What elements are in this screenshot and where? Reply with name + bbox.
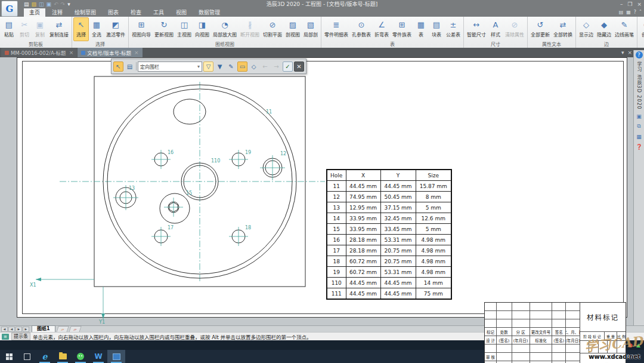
- wechat-taskbar-button[interactable]: [72, 350, 89, 363]
- fence-mode-dropdown[interactable]: 定向围栏 ▾: [138, 61, 202, 72]
- ribbon-button[interactable]: ⊕ 创建: [639, 17, 644, 41]
- hole-table-row[interactable]: 1274.95 mm50.45 mm8 mm: [327, 192, 451, 202]
- ribbon-tab[interactable]: 检查: [125, 8, 147, 17]
- hole-table[interactable]: HoleXYSize 1144.45 mm44.45 mm15.87 mm 12…: [326, 169, 452, 300]
- ribbon-button[interactable]: ⊘ 清除属性: [503, 17, 526, 41]
- style-icon[interactable]: ▤: [619, 8, 624, 17]
- help-icon[interactable]: ?: [636, 51, 643, 59]
- rect-fence-icon[interactable]: ▭: [237, 61, 247, 72]
- polygon-fence-icon[interactable]: ◇: [249, 61, 259, 72]
- learning-panel-label[interactable]: 学习 浩辰3D 2020: [636, 61, 642, 110]
- tutorial-panel-icon[interactable]: ❓: [636, 143, 643, 150]
- ribbon-button[interactable]: ↖ 选择: [73, 17, 89, 41]
- filter-apply-icon[interactable]: ▽: [203, 61, 213, 72]
- hole-callout-label[interactable]: 15: [186, 190, 192, 196]
- ribbon-button[interactable]: ▤ 块表: [429, 17, 444, 41]
- ribbon-button[interactable]: ⊞ 零件族表: [391, 17, 413, 41]
- new-sheet-tab[interactable]: ▱: [69, 326, 82, 333]
- ribbon-button[interactable]: ◫ 主视图: [175, 17, 193, 41]
- cancel-icon[interactable]: ✕: [294, 61, 304, 72]
- tab-list-icon[interactable]: ▾: [621, 50, 624, 56]
- ribbon-button[interactable]: ∦ 断开视图: [239, 17, 261, 41]
- sheet-nav-button[interactable]: ◀: [8, 327, 15, 332]
- ribbon-tab[interactable]: 视图: [171, 8, 192, 17]
- hole-table-row[interactable]: 11044.45 mm44.45 mm14 mm: [327, 278, 451, 288]
- hole-table-row[interactable]: 1144.45 mm44.45 mm15.87 mm: [327, 181, 451, 192]
- ribbon-button[interactable]: ◆ 隐藏边: [595, 17, 613, 41]
- ribbon-tab[interactable]: 注释: [47, 8, 68, 17]
- ribbon-tab[interactable]: 工具: [148, 8, 169, 17]
- layers-panel-icon[interactable]: ▣: [636, 113, 643, 120]
- hole-callout-label[interactable]: 19: [245, 150, 251, 155]
- task-view-button[interactable]: [18, 350, 36, 363]
- ribbon-tab[interactable]: 图表: [103, 8, 124, 17]
- restore-icon[interactable]: ❐: [627, 0, 632, 8]
- ribbon-button[interactable]: ◇ 显示边: [577, 17, 595, 41]
- start-button[interactable]: [0, 350, 18, 363]
- app-logo[interactable]: G: [1, 1, 18, 17]
- hole-callout-label[interactable]: 16: [168, 150, 174, 155]
- sheet-nav-button[interactable]: ◀: [1, 327, 8, 332]
- quickpick-icon[interactable]: ✎: [226, 61, 236, 72]
- select-cursor-icon[interactable]: ↖: [113, 61, 123, 72]
- save-icon[interactable]: ◫: [39, 1, 44, 8]
- undo-icon[interactable]: ↶: [54, 1, 58, 8]
- ribbon-button[interactable]: ◩ 激活零件: [104, 17, 127, 41]
- hole-callout-label[interactable]: 18: [245, 225, 251, 230]
- ribbon-button[interactable]: ± 公差表: [444, 17, 462, 41]
- minimize-ribbon-icon[interactable]: ˄: [639, 8, 642, 17]
- document-tab[interactable]: MM-00016-002/A-标题 ×: [1, 48, 77, 57]
- hole-table-row[interactable]: 1628.18 mm53.31 mm4.98 mm: [327, 235, 451, 245]
- background-sheet-tab[interactable]: ▱: [56, 326, 69, 333]
- ribbon-button[interactable]: ▤ 粘贴: [1, 17, 17, 41]
- ribbon-button[interactable]: ≣ 零件明细表: [323, 17, 350, 41]
- select-next-icon[interactable]: →: [271, 61, 281, 72]
- help-icon[interactable]: ?: [634, 8, 636, 17]
- file-explorer-button[interactable]: [54, 350, 72, 363]
- hole-callout-label[interactable]: 13: [129, 186, 135, 191]
- groups-panel-icon[interactable]: ▦: [636, 133, 643, 140]
- ribbon-button[interactable]: A 样式: [488, 17, 503, 41]
- edge-taskbar-button[interactable]: e: [36, 350, 54, 363]
- ribbon-tab[interactable]: 主页: [24, 8, 45, 17]
- accept-icon[interactable]: ✓: [283, 61, 293, 72]
- ribbon-button[interactable]: ⇄ 复制连接: [48, 17, 70, 41]
- document-tab[interactable]: 文档号/版本号-标题 ×: [78, 48, 142, 57]
- open-folder-icon[interactable]: ▨: [32, 1, 37, 8]
- ribbon-button[interactable]: ✂ 剪切: [17, 17, 32, 41]
- ribbon-tab[interactable]: 数据管理: [193, 8, 225, 17]
- theme-icon[interactable]: ▦: [626, 8, 631, 17]
- filter-icon[interactable]: ▼: [215, 61, 225, 72]
- hole-table-row[interactable]: 1533.95 mm33.45 mm5 mm: [327, 224, 451, 235]
- ribbon-button[interactable]: ▨ 剖视图: [284, 17, 302, 41]
- hole-15[interactable]: [160, 193, 190, 223]
- tab-close-icon[interactable]: ×: [69, 50, 74, 56]
- top-hole[interactable]: [174, 99, 206, 124]
- ribbon-button[interactable]: ▧ 局部剖: [302, 17, 320, 41]
- sheet-nav-button[interactable]: ▶: [23, 327, 29, 332]
- ribbon-button[interactable]: ▣ 复制: [32, 17, 48, 41]
- wps-taskbar-button[interactable]: W: [89, 350, 107, 363]
- upload-icon[interactable]: ▲: [636, 340, 640, 350]
- hole-table-row[interactable]: 1312.95 mm37.15 mm5 mm: [327, 202, 451, 213]
- ribbon-button[interactable]: ⊘ 切割平面: [261, 17, 284, 41]
- hole-callout-label[interactable]: 12: [280, 151, 286, 156]
- close-document-icon[interactable]: ×: [627, 50, 632, 56]
- ribbon-button[interactable]: ✎ 边线画笔: [613, 17, 636, 41]
- ribbon-button[interactable]: ∠ 折弯表: [373, 17, 391, 41]
- ribbon-button[interactable]: ◔ 局部放大图: [211, 17, 239, 41]
- print-icon[interactable]: ▣: [47, 1, 52, 8]
- redo-icon[interactable]: ↷: [61, 1, 66, 8]
- drawing-canvas[interactable]: 1619111101213151718X1Y1 HoleXYSize 1144.…: [0, 57, 633, 325]
- hole-callout-label[interactable]: 17: [168, 225, 174, 230]
- customize-quick-access-icon[interactable]: ▾: [67, 1, 70, 8]
- deselect-previous-icon[interactable]: ←: [260, 61, 270, 72]
- ribbon-button[interactable]: ⊙ 孔参数表: [350, 17, 373, 41]
- hole-callout-label[interactable]: 110: [211, 158, 220, 164]
- hole-table-row[interactable]: 1728.18 mm20.75 mm4.98 mm: [327, 245, 451, 256]
- hole-callout-label[interactable]: 11: [266, 109, 272, 115]
- library-panel-icon[interactable]: ⧉: [636, 123, 643, 130]
- tab-close-icon[interactable]: ×: [134, 50, 139, 56]
- ribbon-button[interactable]: ⇄ 全部转换: [552, 17, 574, 41]
- cad-app-taskbar-button[interactable]: [107, 350, 125, 363]
